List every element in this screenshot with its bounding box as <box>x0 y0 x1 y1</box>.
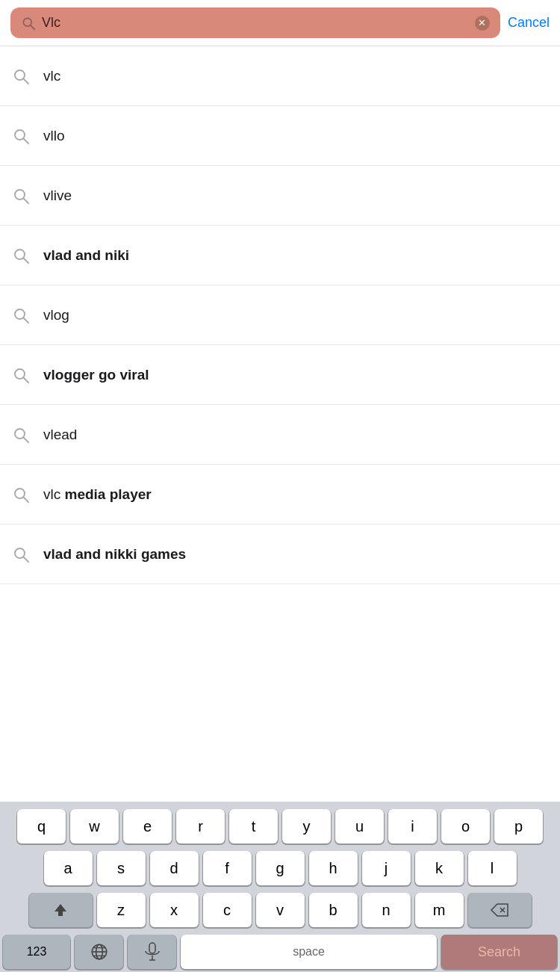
key-y[interactable]: y <box>282 809 331 843</box>
numbers-key[interactable]: 123 <box>3 935 70 969</box>
list-item[interactable]: vllo <box>0 106 560 166</box>
list-item[interactable]: vlc media player <box>0 465 560 524</box>
svg-line-15 <box>24 437 29 442</box>
key-h[interactable]: h <box>309 851 358 885</box>
key-k[interactable]: k <box>415 851 464 885</box>
key-u[interactable]: u <box>335 809 384 843</box>
key-x[interactable]: x <box>150 893 199 927</box>
search-icon <box>12 545 30 563</box>
clear-button[interactable]: ✕ <box>475 16 490 31</box>
key-c[interactable]: c <box>203 893 252 927</box>
svg-line-17 <box>24 497 29 502</box>
key-g[interactable]: g <box>256 851 305 885</box>
suggestion-text: vlogger go viral <box>43 367 149 383</box>
list-item[interactable]: vlead <box>0 405 560 465</box>
suggestion-text: vlc media player <box>43 486 152 503</box>
search-icon <box>12 247 30 264</box>
key-f[interactable]: f <box>203 851 252 885</box>
key-r[interactable]: r <box>176 809 225 843</box>
keyboard-row-2: a s d f g h j k l <box>3 851 557 885</box>
search-key[interactable]: Search <box>441 935 557 969</box>
keyboard-bottom-row: 123 space Search <box>3 935 557 969</box>
search-bar: ✕ Cancel <box>0 0 560 46</box>
key-q[interactable]: q <box>17 809 66 843</box>
svg-line-9 <box>24 258 29 263</box>
backspace-key[interactable] <box>468 893 532 927</box>
keyboard: q w e r t y u i o p a s d f g h j k l z … <box>0 802 560 972</box>
shift-icon <box>52 901 69 919</box>
key-b[interactable]: b <box>309 893 358 927</box>
search-icon <box>12 486 30 504</box>
key-a[interactable]: a <box>44 851 93 885</box>
svg-line-7 <box>24 198 29 203</box>
microphone-key[interactable] <box>128 935 176 969</box>
search-icon <box>12 187 30 205</box>
key-s[interactable]: s <box>97 851 146 885</box>
key-d[interactable]: d <box>150 851 199 885</box>
search-icon <box>12 426 30 444</box>
backspace-icon <box>490 903 509 917</box>
key-i[interactable]: i <box>388 809 437 843</box>
search-icon <box>12 366 30 384</box>
suggestion-text: vlad and niki <box>43 247 129 264</box>
key-w[interactable]: w <box>70 809 119 843</box>
svg-line-19 <box>24 557 29 562</box>
list-item[interactable]: vlive <box>0 166 560 226</box>
space-key[interactable]: space <box>181 935 437 969</box>
search-icon <box>12 67 30 85</box>
suggestion-text: vlad and nikki games <box>43 546 186 563</box>
suggestion-text: vlc <box>43 68 60 84</box>
microphone-icon <box>144 942 161 962</box>
svg-line-11 <box>24 318 29 323</box>
key-m[interactable]: m <box>415 893 464 927</box>
key-z[interactable]: z <box>97 893 146 927</box>
key-e[interactable]: e <box>123 809 172 843</box>
search-icon <box>12 127 30 145</box>
list-item[interactable]: vlc <box>0 46 560 106</box>
cancel-button[interactable]: Cancel <box>508 15 550 31</box>
search-input-wrapper: ✕ <box>10 7 500 38</box>
svg-line-13 <box>24 377 29 383</box>
globe-key[interactable] <box>75 935 123 969</box>
search-input[interactable] <box>42 15 469 31</box>
globe-icon <box>90 942 109 962</box>
svg-line-1 <box>31 25 34 28</box>
keyboard-row-3: z x c v b n m <box>3 893 557 927</box>
svg-line-3 <box>24 78 29 84</box>
list-item[interactable]: vlog <box>0 285 560 345</box>
key-t[interactable]: t <box>229 809 278 843</box>
clear-icon: ✕ <box>475 16 490 31</box>
list-item[interactable]: vlogger go viral <box>0 345 560 405</box>
search-icon <box>12 306 30 324</box>
svg-rect-27 <box>149 943 155 953</box>
list-item[interactable]: vlad and nikki games <box>0 524 560 584</box>
svg-line-5 <box>24 138 29 143</box>
key-v[interactable]: v <box>256 893 305 927</box>
suggestion-text: vlive <box>43 188 72 204</box>
suggestion-text: vlead <box>43 427 77 443</box>
search-icon <box>21 16 36 31</box>
suggestion-text: vlog <box>43 307 69 324</box>
key-n[interactable]: n <box>362 893 411 927</box>
suggestion-text: vllo <box>43 128 65 144</box>
key-l[interactable]: l <box>468 851 517 885</box>
key-j[interactable]: j <box>362 851 411 885</box>
key-o[interactable]: o <box>441 809 490 843</box>
key-p[interactable]: p <box>494 809 543 843</box>
list-item[interactable]: vlad and niki <box>0 226 560 285</box>
suggestions-list: vlc vllo vlive vlad and niki vlog <box>0 46 560 584</box>
shift-key[interactable] <box>29 893 93 927</box>
keyboard-row-1: q w e r t y u i o p <box>3 809 557 843</box>
